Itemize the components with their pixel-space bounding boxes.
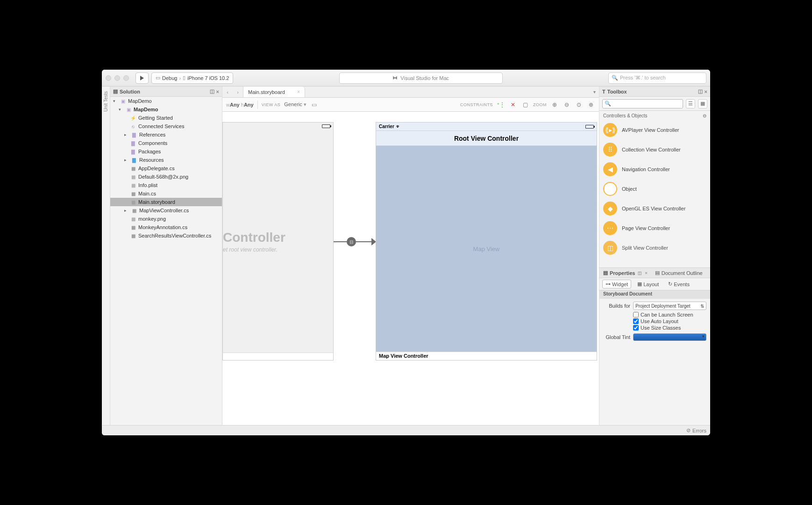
scene-statusbar	[223, 123, 333, 130]
app-window: ▭ Debug › ▯ iPhone 7 iOS 10.2 ⧓ Visual S…	[102, 70, 710, 435]
toolbox-section-header[interactable]: Controllers & Objects⊖	[599, 111, 710, 120]
navigation-bar[interactable]: Root View Controller	[376, 131, 597, 146]
project-node[interactable]: ▾▣ MapDemo	[110, 105, 222, 114]
builds-for-select[interactable]: Project Deployment Target⇅	[633, 302, 706, 310]
errors-button[interactable]: Errors	[692, 428, 706, 433]
scene-label[interactable]: Map View Controller	[376, 352, 597, 360]
tree-item[interactable]: ⎋Connected Services	[110, 122, 222, 130]
events-tab[interactable]: ↻ Events	[665, 280, 693, 289]
document-outline-tab[interactable]: ▤ Document Outline	[651, 268, 706, 278]
segue[interactable]: ⊟	[334, 236, 376, 247]
launch-screen-checkbox[interactable]	[633, 312, 639, 317]
zoom-actual-icon[interactable]: ⊙	[575, 101, 583, 109]
config-selector[interactable]: ▭ Debug › ▯ iPhone 7 iOS 10.2	[151, 72, 233, 84]
unit-tests-tab[interactable]: Unit Tests	[103, 91, 108, 112]
zoom-icon[interactable]	[123, 75, 129, 81]
tree-item[interactable]: ▦SearchResultsViewController.cs	[110, 231, 222, 240]
tree-item[interactable]: ▸▇Resources	[110, 156, 222, 164]
tree-item[interactable]: ▸▇References	[110, 130, 222, 139]
toolbox-item[interactable]: ⟪▸⟫AVPlayer View Controller	[599, 120, 710, 140]
tree-item[interactable]: ▦monkey.png	[110, 215, 222, 223]
tab-close-icon[interactable]: ×	[297, 89, 300, 94]
solution-sidebar: ▤ Solution ◫ × ▾▣ MapDemo ▾▣ MapDemo ⚡Ge…	[110, 87, 222, 425]
folder-icon: ▇	[131, 157, 137, 163]
tree-item[interactable]: ▦Main.cs	[110, 189, 222, 198]
nav-forward-button[interactable]: ›	[233, 89, 243, 95]
tree-item[interactable]: ▦Info.plist	[110, 181, 222, 189]
tab-overflow-button[interactable]: ▾	[590, 87, 599, 97]
layout-tab[interactable]: ▦ Layout	[634, 280, 662, 289]
run-button[interactable]	[135, 72, 149, 84]
toolbox-list[interactable]: ⟪▸⟫AVPlayer View Controller ⠿Collection …	[599, 120, 710, 267]
toolbox-search[interactable]: 🔍	[602, 99, 683, 108]
global-search[interactable]: 🔍 Press '⌘.' to search	[608, 72, 706, 84]
pad-close-icon[interactable]: ×	[705, 89, 707, 94]
pad-popout-icon[interactable]: ◫	[698, 88, 703, 94]
view-as-label: VIEW AS	[262, 102, 281, 107]
pad-popout-icon[interactable]: ◫	[638, 271, 642, 275]
toolbox-title: Toolbox	[607, 89, 627, 94]
toolbox-item[interactable]: ◫Split View Controller	[599, 238, 710, 258]
toolbox-item[interactable]: Object	[599, 179, 710, 199]
page-icon: ⋯	[603, 221, 617, 235]
navigation-controller-scene[interactable]: Controller et root view controller.	[222, 122, 334, 361]
split-icon: ◫	[603, 241, 617, 255]
cs-file-icon: ▦	[131, 207, 137, 214]
solution-root[interactable]: ▾▣ MapDemo	[110, 97, 222, 105]
tree-item[interactable]: ⚡Getting Started	[110, 114, 222, 122]
nav-back-button[interactable]: ‹	[222, 89, 233, 95]
constraint-remove-icon[interactable]: ✕	[509, 101, 517, 109]
global-tint-colorwell[interactable]	[633, 333, 706, 341]
collapse-icon[interactable]: ⊖	[703, 113, 706, 118]
tree-item-selected[interactable]: ▦Main.storyboard	[110, 198, 222, 206]
cs-file-icon: ▦	[130, 224, 136, 231]
auto-layout-checkbox[interactable]	[633, 318, 639, 324]
frame-icon[interactable]: ▢	[521, 101, 529, 109]
errors-icon[interactable]: ⊘	[686, 427, 691, 433]
folder-icon: ▇	[130, 148, 136, 155]
scene-statusbar: Carrier ᯤ	[376, 123, 597, 131]
toolbox-item[interactable]: ◀Navigation Controller	[599, 159, 710, 179]
toolbox-toolbar: 🔍 ☰ ▦	[599, 97, 710, 111]
tree-item[interactable]: ▦Default-568h@2x.png	[110, 173, 222, 181]
collection-icon: ⠿	[603, 143, 617, 157]
toolbox-item[interactable]: ◆OpenGL ES View Controller	[599, 199, 710, 218]
view-as-selector[interactable]: Generic ▾	[284, 101, 306, 108]
document-tab[interactable]: Main.storyboard ×	[243, 87, 305, 97]
close-icon[interactable]	[106, 75, 111, 81]
toolbox-list-view-icon[interactable]: ☰	[686, 99, 695, 108]
constraint-add-icon[interactable]: ⁺⋮	[497, 101, 505, 109]
solution-pad-header: ▤ Solution ◫ ×	[110, 87, 222, 97]
tree-item[interactable]: ▦MonkeyAnnotation.cs	[110, 223, 222, 231]
pad-close-icon[interactable]: ×	[216, 89, 219, 94]
pad-close-icon[interactable]: ×	[645, 271, 647, 275]
map-view-controller-scene[interactable]: Carrier ᯤ Root View Controller Map View …	[376, 122, 597, 361]
opengl-icon: ◆	[603, 202, 617, 216]
zoom-out-icon[interactable]: ⊖	[563, 101, 571, 109]
toolbox-item[interactable]: ⠿Collection View Controller	[599, 140, 710, 159]
toolbox-item[interactable]: ⋯Page View Controller	[599, 218, 710, 238]
battery-icon	[585, 125, 594, 129]
zoom-fit-icon[interactable]: ⊕	[550, 101, 559, 109]
pad-popout-icon[interactable]: ◫	[210, 88, 214, 94]
minimize-icon[interactable]	[114, 75, 120, 81]
orientation-icon[interactable]: ▭	[310, 101, 319, 109]
solution-tree[interactable]: ▾▣ MapDemo ▾▣ MapDemo ⚡Getting Started ⎋…	[110, 97, 222, 425]
storyboard-canvas[interactable]: Controller et root view controller. ⊟ Ca…	[222, 112, 599, 425]
properties-tab[interactable]: ▤ Properties◫×	[599, 268, 651, 278]
tree-item[interactable]: ▦AppDelegate.cs	[110, 164, 222, 173]
target-icon: ▭	[156, 75, 160, 81]
left-gutter[interactable]: Unit Tests	[102, 87, 110, 425]
solution-title: Solution	[120, 89, 140, 94]
tree-item[interactable]: ▸▦MapViewController.cs	[110, 206, 222, 215]
map-view[interactable]: Map View	[376, 146, 597, 352]
zoom-in-icon[interactable]: ⊕	[587, 101, 595, 109]
cs-file-icon: ▦	[130, 190, 136, 197]
status-bar: ⊘ Errors	[102, 425, 710, 435]
size-classes-checkbox[interactable]	[633, 325, 639, 331]
tree-item[interactable]: ▇Components	[110, 139, 222, 147]
tree-item[interactable]: ▇Packages	[110, 147, 222, 156]
widget-tab[interactable]: ⊶ Widget	[602, 280, 631, 289]
toolbox-compact-view-icon[interactable]: ▦	[698, 99, 707, 108]
toolbox-icon: T	[602, 89, 605, 94]
